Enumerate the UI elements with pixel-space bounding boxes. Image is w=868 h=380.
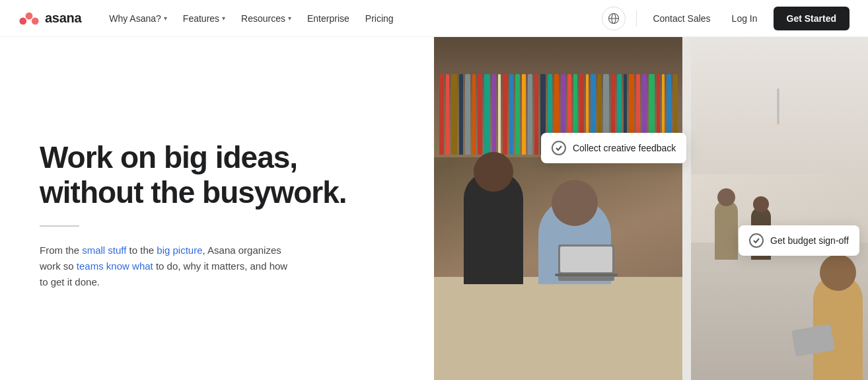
- hero-left: Work on big ideas, without the busywork.…: [0, 37, 434, 380]
- get-started-button[interactable]: Get Started: [774, 7, 850, 30]
- nav-divider: [636, 11, 637, 26]
- contact-sales-link[interactable]: Contact Sales: [647, 9, 715, 28]
- hero-image-right: [688, 37, 868, 380]
- logo[interactable]: asana: [18, 11, 81, 26]
- nav-item-pricing[interactable]: Pricing: [359, 9, 400, 28]
- small-stuff-link[interactable]: small stuff: [82, 245, 126, 256]
- svg-point-1: [19, 17, 26, 24]
- laptop: [558, 245, 614, 281]
- right-person-3: [813, 274, 863, 380]
- tooltip-1-text: Collect creative feedback: [573, 143, 676, 153]
- teams-link[interactable]: teams know what: [77, 260, 153, 272]
- language-selector-button[interactable]: [602, 7, 626, 30]
- check-circle-icon: [552, 141, 566, 155]
- big-picture-link[interactable]: big picture: [157, 245, 202, 256]
- image-divider: [686, 37, 691, 380]
- tooltip-budget-signoff: Get budget sign-off: [739, 225, 859, 256]
- hero-divider: [40, 225, 79, 227]
- hero-images: [434, 37, 868, 380]
- hero-headline: Work on big ideas, without the busywork.: [40, 140, 394, 210]
- person-standing: [464, 172, 523, 284]
- svg-point-2: [32, 17, 39, 24]
- nav-left-items: Why Asana? ▾ Features ▾ Resources ▾ Ente…: [102, 9, 602, 28]
- nav-right-items: Contact Sales Log In Get Started: [602, 7, 850, 30]
- hero-subtext: From the small stuff to the big picture,…: [40, 243, 291, 290]
- tooltip-collect-feedback: Collect creative feedback: [541, 133, 686, 163]
- nav-item-resources[interactable]: Resources ▾: [235, 9, 298, 28]
- chevron-down-icon: ▾: [222, 15, 225, 22]
- login-link[interactable]: Log In: [727, 9, 763, 28]
- navigation: asana Why Asana? ▾ Features ▾ Resources …: [0, 0, 868, 37]
- nav-item-why-asana[interactable]: Why Asana? ▾: [102, 9, 174, 28]
- nav-item-features[interactable]: Features ▾: [176, 9, 232, 28]
- right-person-1: [715, 200, 738, 260]
- main-content: Work on big ideas, without the busywork.…: [0, 37, 868, 380]
- tooltip-2-text: Get budget sign-off: [770, 235, 849, 246]
- nav-item-enterprise[interactable]: Enterprise: [301, 9, 356, 28]
- hero-right: Collect creative feedback Get budget sig…: [434, 37, 868, 380]
- check-circle-icon-2: [749, 233, 764, 248]
- chevron-down-icon: ▾: [288, 15, 291, 22]
- chevron-down-icon: ▾: [164, 15, 167, 22]
- desk: [434, 277, 682, 380]
- svg-point-0: [26, 12, 33, 19]
- globe-icon: [608, 13, 620, 24]
- asana-logo-icon: [18, 12, 40, 25]
- hero-image-left: [434, 37, 682, 380]
- logo-text: asana: [45, 11, 81, 26]
- light-fixture: [777, 89, 779, 128]
